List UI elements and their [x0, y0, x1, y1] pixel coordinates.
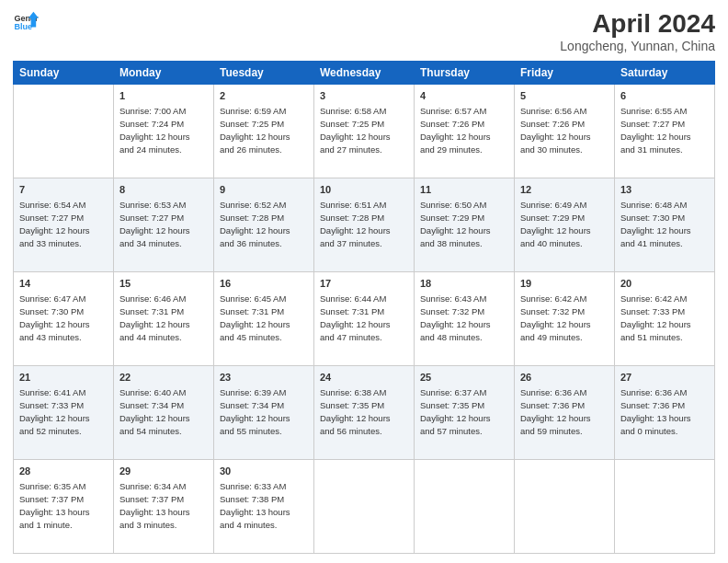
main-title: April 2024 — [560, 9, 715, 39]
calendar-cell: 14Sunrise: 6:47 AMSunset: 7:30 PMDayligh… — [14, 272, 114, 366]
calendar-cell: 7Sunrise: 6:54 AMSunset: 7:27 PMDaylight… — [14, 178, 114, 272]
day-number: 19 — [520, 277, 609, 291]
col-monday: Monday — [114, 62, 214, 85]
calendar-cell: 16Sunrise: 6:45 AMSunset: 7:31 PMDayligh… — [214, 272, 314, 366]
cell-info: Sunrise: 6:54 AMSunset: 7:27 PMDaylight:… — [19, 199, 108, 249]
cell-info: Sunrise: 6:52 AMSunset: 7:28 PMDaylight:… — [220, 199, 308, 249]
cell-info: Sunrise: 6:50 AMSunset: 7:29 PMDaylight:… — [420, 199, 508, 249]
calendar-cell — [615, 460, 715, 554]
cell-info: Sunrise: 6:41 AMSunset: 7:33 PMDaylight:… — [19, 386, 108, 437]
week-row-2: 7Sunrise: 6:54 AMSunset: 7:27 PMDaylight… — [14, 178, 715, 272]
col-thursday: Thursday — [415, 62, 515, 85]
cell-info: Sunrise: 6:33 AMSunset: 7:38 PMDaylight:… — [220, 480, 308, 531]
cell-info: Sunrise: 6:59 AMSunset: 7:25 PMDaylight:… — [220, 105, 308, 155]
calendar-cell: 20Sunrise: 6:42 AMSunset: 7:33 PMDayligh… — [615, 272, 715, 366]
day-number: 15 — [119, 277, 208, 291]
calendar-cell: 10Sunrise: 6:51 AMSunset: 7:28 PMDayligh… — [314, 178, 415, 272]
calendar-cell: 23Sunrise: 6:39 AMSunset: 7:34 PMDayligh… — [214, 366, 314, 460]
cell-info: Sunrise: 7:00 AMSunset: 7:24 PMDaylight:… — [119, 105, 208, 155]
calendar-cell: 3Sunrise: 6:58 AMSunset: 7:25 PMDaylight… — [314, 85, 415, 178]
calendar-cell: 13Sunrise: 6:48 AMSunset: 7:30 PMDayligh… — [615, 178, 715, 272]
calendar-cell: 2Sunrise: 6:59 AMSunset: 7:25 PMDaylight… — [214, 85, 314, 178]
calendar-cell — [314, 460, 415, 554]
day-number: 10 — [320, 183, 408, 197]
cell-info: Sunrise: 6:49 AMSunset: 7:29 PMDaylight:… — [520, 199, 609, 249]
cell-info: Sunrise: 6:45 AMSunset: 7:31 PMDaylight:… — [220, 293, 308, 343]
day-number: 9 — [220, 183, 308, 197]
day-number: 1 — [119, 89, 208, 103]
day-number: 12 — [520, 183, 609, 197]
day-number: 8 — [119, 183, 208, 197]
logo: General Blue — [13, 9, 39, 35]
day-number: 29 — [119, 465, 208, 478]
cell-info: Sunrise: 6:35 AMSunset: 7:37 PMDaylight:… — [19, 480, 108, 531]
cell-info: Sunrise: 6:36 AMSunset: 7:36 PMDaylight:… — [620, 386, 709, 437]
calendar-cell: 21Sunrise: 6:41 AMSunset: 7:33 PMDayligh… — [14, 366, 114, 460]
day-number: 17 — [320, 277, 408, 291]
day-number: 13 — [620, 183, 709, 197]
cell-info: Sunrise: 6:36 AMSunset: 7:36 PMDaylight:… — [520, 386, 609, 437]
calendar-cell: 29Sunrise: 6:34 AMSunset: 7:37 PMDayligh… — [114, 460, 214, 554]
col-sunday: Sunday — [14, 62, 114, 85]
calendar-cell: 4Sunrise: 6:57 AMSunset: 7:26 PMDaylight… — [415, 85, 515, 178]
day-number: 6 — [620, 89, 709, 103]
calendar-cell: 1Sunrise: 7:00 AMSunset: 7:24 PMDaylight… — [114, 85, 214, 178]
day-number: 21 — [19, 371, 108, 385]
calendar-cell: 28Sunrise: 6:35 AMSunset: 7:37 PMDayligh… — [14, 460, 114, 554]
day-number: 30 — [220, 465, 308, 478]
calendar-cell: 19Sunrise: 6:42 AMSunset: 7:32 PMDayligh… — [515, 272, 615, 366]
col-saturday: Saturday — [615, 62, 715, 85]
calendar-cell — [515, 460, 615, 554]
day-number: 18 — [420, 277, 508, 291]
calendar-cell: 9Sunrise: 6:52 AMSunset: 7:28 PMDaylight… — [214, 178, 314, 272]
week-row-3: 14Sunrise: 6:47 AMSunset: 7:30 PMDayligh… — [14, 272, 715, 366]
day-number: 26 — [520, 371, 609, 385]
calendar-cell: 5Sunrise: 6:56 AMSunset: 7:26 PMDaylight… — [515, 85, 615, 178]
day-number: 7 — [19, 183, 108, 197]
day-number: 23 — [220, 371, 308, 385]
calendar-cell: 6Sunrise: 6:55 AMSunset: 7:27 PMDaylight… — [615, 85, 715, 178]
cell-info: Sunrise: 6:39 AMSunset: 7:34 PMDaylight:… — [220, 386, 308, 437]
svg-text:Blue: Blue — [14, 22, 32, 31]
cell-info: Sunrise: 6:44 AMSunset: 7:31 PMDaylight:… — [320, 293, 408, 343]
cell-info: Sunrise: 6:40 AMSunset: 7:34 PMDaylight:… — [119, 386, 208, 437]
cell-info: Sunrise: 6:42 AMSunset: 7:32 PMDaylight:… — [520, 293, 609, 343]
cell-info: Sunrise: 6:56 AMSunset: 7:26 PMDaylight:… — [520, 105, 609, 155]
calendar-cell: 12Sunrise: 6:49 AMSunset: 7:29 PMDayligh… — [515, 178, 615, 272]
day-number: 20 — [620, 277, 709, 291]
calendar-cell: 18Sunrise: 6:43 AMSunset: 7:32 PMDayligh… — [415, 272, 515, 366]
cell-info: Sunrise: 6:38 AMSunset: 7:35 PMDaylight:… — [320, 386, 408, 437]
cell-info: Sunrise: 6:55 AMSunset: 7:27 PMDaylight:… — [620, 105, 709, 155]
day-number: 4 — [420, 89, 508, 103]
cell-info: Sunrise: 6:46 AMSunset: 7:31 PMDaylight:… — [119, 293, 208, 343]
calendar-cell: 27Sunrise: 6:36 AMSunset: 7:36 PMDayligh… — [615, 366, 715, 460]
cell-info: Sunrise: 6:51 AMSunset: 7:28 PMDaylight:… — [320, 199, 408, 249]
col-wednesday: Wednesday — [314, 62, 415, 85]
subtitle: Longcheng, Yunnan, China — [560, 39, 715, 53]
week-row-1: 1Sunrise: 7:00 AMSunset: 7:24 PMDaylight… — [14, 85, 715, 178]
day-number: 11 — [420, 183, 508, 197]
calendar-cell: 22Sunrise: 6:40 AMSunset: 7:34 PMDayligh… — [114, 366, 214, 460]
calendar-cell: 15Sunrise: 6:46 AMSunset: 7:31 PMDayligh… — [114, 272, 214, 366]
calendar-cell: 8Sunrise: 6:53 AMSunset: 7:27 PMDaylight… — [114, 178, 214, 272]
cell-info: Sunrise: 6:58 AMSunset: 7:25 PMDaylight:… — [320, 105, 408, 155]
cell-info: Sunrise: 6:57 AMSunset: 7:26 PMDaylight:… — [420, 105, 508, 155]
calendar-cell: 30Sunrise: 6:33 AMSunset: 7:38 PMDayligh… — [214, 460, 314, 554]
day-number: 27 — [620, 371, 709, 385]
week-row-4: 21Sunrise: 6:41 AMSunset: 7:33 PMDayligh… — [14, 366, 715, 460]
cell-info: Sunrise: 6:37 AMSunset: 7:35 PMDaylight:… — [420, 386, 508, 437]
day-number: 25 — [420, 371, 508, 385]
calendar-cell: 17Sunrise: 6:44 AMSunset: 7:31 PMDayligh… — [314, 272, 415, 366]
day-number: 24 — [320, 371, 408, 385]
col-tuesday: Tuesday — [214, 62, 314, 85]
day-number: 3 — [320, 89, 408, 103]
calendar-cell: 11Sunrise: 6:50 AMSunset: 7:29 PMDayligh… — [415, 178, 515, 272]
calendar-cell — [14, 85, 114, 178]
calendar-cell: 25Sunrise: 6:37 AMSunset: 7:35 PMDayligh… — [415, 366, 515, 460]
calendar-cell: 26Sunrise: 6:36 AMSunset: 7:36 PMDayligh… — [515, 366, 615, 460]
day-number: 16 — [220, 277, 308, 291]
day-number: 5 — [520, 89, 609, 103]
day-number: 28 — [19, 465, 108, 478]
cell-info: Sunrise: 6:42 AMSunset: 7:33 PMDaylight:… — [620, 293, 709, 343]
header-row: Sunday Monday Tuesday Wednesday Thursday… — [14, 62, 715, 85]
